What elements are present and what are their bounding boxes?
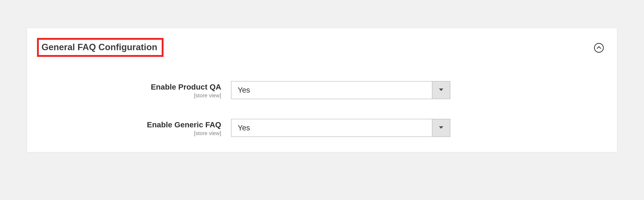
chevron-up-icon: [597, 46, 601, 50]
field-input-col: Yes: [231, 119, 450, 137]
svg-marker-1: [439, 126, 443, 129]
select-value[interactable]: Yes: [232, 119, 432, 136]
select-arrow-button[interactable]: [432, 119, 450, 136]
field-label-col: Enable Product QA [store view]: [37, 81, 231, 99]
field-input-col: Yes: [231, 81, 450, 99]
field-scope: [store view]: [37, 92, 221, 99]
field-scope: [store view]: [37, 130, 221, 136]
field-row-enable-product-qa: Enable Product QA [store view] Yes: [37, 81, 607, 99]
collapse-toggle[interactable]: [594, 43, 604, 53]
config-panel: General FAQ Configuration Enable Product…: [27, 28, 617, 152]
select-value[interactable]: Yes: [232, 81, 432, 99]
enable-generic-faq-select[interactable]: Yes: [231, 119, 450, 137]
enable-product-qa-select[interactable]: Yes: [231, 81, 450, 99]
field-label: Enable Product QA: [37, 82, 221, 92]
section-title-highlight-box: General FAQ Configuration: [37, 38, 164, 57]
caret-down-icon: [439, 126, 443, 129]
svg-marker-0: [439, 89, 443, 91]
field-label-col: Enable Generic FAQ [store view]: [37, 119, 231, 136]
caret-down-icon: [439, 89, 443, 92]
select-arrow-button[interactable]: [432, 81, 450, 99]
field-row-enable-generic-faq: Enable Generic FAQ [store view] Yes: [37, 119, 607, 137]
panel-header: General FAQ Configuration: [37, 38, 607, 57]
field-label: Enable Generic FAQ: [37, 120, 221, 130]
section-title: General FAQ Configuration: [42, 42, 157, 52]
